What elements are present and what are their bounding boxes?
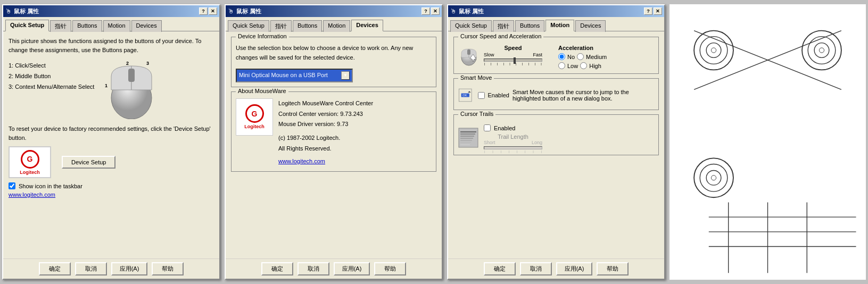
svg-point-22 [706,43,721,58]
long-label: Long [532,140,542,145]
mouse-diagram: 2 3 1 [100,61,163,119]
acceleration-label: Acceleration [558,45,607,51]
tab-buttons-1[interactable]: Buttons [72,20,102,32]
device-setup-area: G Logitech Device Setup [9,146,214,178]
tab-motion-3[interactable]: Motion [545,20,574,31]
cursor-trails-group: Cursor Trails Enabled [453,114,659,155]
cancel-button-1[interactable]: 取消 [75,262,107,275]
slow-label: Slow [484,52,494,57]
close-button-3[interactable]: ✕ [654,7,662,15]
svg-point-23 [711,48,716,53]
dialog-3-content: Cursor Speed and Acceleration [448,31,664,258]
speed-icon [458,45,480,66]
dialog-1-title: 鼠标 属性 [14,7,39,15]
medium-label: Medium [586,54,607,60]
close-button-1[interactable]: ✕ [209,7,217,15]
help-button-2[interactable]: ? [421,7,430,15]
trails-enabled-label: Enabled [494,125,515,131]
svg-point-21 [700,37,728,64]
show-icon-row: Show icon in the taskbar [9,182,214,189]
apply-button-2[interactable]: 应用(A) [334,262,370,275]
smart-move-group: Smart Move OK Enabled Smart Move causes … [453,78,659,110]
smart-move-label: Smart Move [458,74,494,81]
device-setup-button[interactable]: Device Setup [62,156,115,169]
about-line-3: Mouse Driver version: 9.73 [278,119,373,130]
trail-length-label: Trail Length [484,133,542,140]
svg-text:2: 2 [126,61,129,66]
mouse-icon: 🖱 [5,7,12,15]
apply-button-1[interactable]: 应用(A) [111,262,148,275]
radio-high[interactable] [580,62,587,69]
ok-button-2[interactable]: 确定 [261,262,293,275]
logitech-link-1[interactable]: www.logitech.com [9,191,55,198]
smart-move-desc: Smart Move causes the cursor to jump to … [512,89,654,102]
svg-point-29 [700,164,728,192]
short-label: Short [484,140,495,145]
svg-text:1: 1 [105,83,108,88]
help-button-3[interactable]: ? [644,7,652,15]
dialog-3: 🖱 鼠标 属性 ? ✕ Quick Setup 指针 Buttons Motio… [447,4,665,280]
show-icon-label: Show icon in the taskbar [19,183,82,189]
close-button-2[interactable]: ✕ [431,7,440,15]
tab-motion-2[interactable]: Motion [323,20,350,32]
tab-pointer-1[interactable]: 指针 [50,20,71,32]
tab-buttons-3[interactable]: Buttons [515,20,544,32]
no-label: No [567,54,575,60]
smart-move-checkbox[interactable] [478,92,485,99]
radio-low[interactable] [558,62,565,69]
about-line-1: Logitech MouseWare Control Center [278,98,373,109]
tab-quick-setup-2[interactable]: Quick Setup [228,20,269,32]
tab-buttons-2[interactable]: Buttons [293,20,322,32]
radio-no[interactable] [558,53,565,60]
tab-devices-2[interactable]: Devices [351,20,383,31]
smart-move-icon: OK [458,85,473,105]
trails-icon [458,128,478,148]
about-info-block: Logitech MouseWare Control Center Contro… [278,98,373,167]
help-footer-button-3[interactable]: 帮助 [597,262,629,275]
about-mouseware-group: About MouseWare G Logitech Logitech Mous… [231,91,436,172]
help-footer-button-2[interactable]: 帮助 [374,262,406,275]
logitech-link-2[interactable]: www.logitech.com [278,158,325,164]
tab-pointer-2[interactable]: 指针 [270,20,292,32]
dialog-2-title: 鼠标 属性 [236,7,261,15]
device-info-group: Device Information Use the selection box… [231,37,436,87]
ok-button-1[interactable]: 确定 [39,262,71,275]
tab-quick-setup-3[interactable]: Quick Setup [450,20,492,32]
speed-col-label: Speed [484,45,542,51]
about-line-2: Control Center version: 9.73.243 [278,109,373,120]
ok-button-3[interactable]: 确定 [484,262,516,275]
show-icon-checkbox[interactable] [9,182,15,189]
help-button-1[interactable]: ? [199,7,208,15]
trail-length-slider[interactable]: |||||||| [484,146,542,149]
logitech-logo-1: G Logitech [9,146,51,178]
drawing-area [669,4,866,280]
tab-devices-3[interactable]: Devices [575,20,606,32]
svg-text:OK: OK [462,94,467,97]
help-footer-button-1[interactable]: 帮助 [152,262,184,275]
cancel-button-2[interactable]: 取消 [297,262,329,275]
device-info-label: Device Information [236,33,289,39]
dialog-2: 🖱 鼠标 属性 ? ✕ Quick Setup 指针 Buttons Motio… [225,4,443,280]
about-label: About MouseWare [236,88,288,94]
cancel-button-3[interactable]: 取消 [520,262,552,275]
tab-pointer-3[interactable]: 指针 [493,20,514,32]
trails-enabled-checkbox[interactable] [484,124,491,131]
dialog-2-footer: 确定 取消 应用(A) 帮助 [226,258,442,279]
about-line-6: All Rights Reserved. [278,144,373,154]
mouse-icon-3: 🖱 [450,7,457,15]
dialog-3-title: 鼠标 属性 [459,7,484,15]
apply-button-3[interactable]: 应用(A) [556,262,593,275]
button-item-2: 2: Middle Button [9,71,94,82]
sketch-canvas [669,4,866,280]
radio-medium[interactable] [577,53,584,60]
button-item-1: 1: Click/Select [9,61,94,71]
speed-slider[interactable]: |||||||||| [484,59,542,62]
tab-devices-1[interactable]: Devices [131,20,162,32]
device-select[interactable]: Mini Optical Mouse on a USB Port ▼ [236,69,353,82]
tab-quick-setup-1[interactable]: Quick Setup [5,20,49,31]
tabs-bar-2: Quick Setup 指针 Buttons Motion Devices [226,17,442,31]
tab-motion-1[interactable]: Motion [103,20,130,32]
mouse-icon-2: 🖱 [228,7,234,15]
title-bar-2: 🖱 鼠标 属性 ? ✕ [226,5,442,17]
select-dropdown-arrow[interactable]: ▼ [341,71,350,80]
